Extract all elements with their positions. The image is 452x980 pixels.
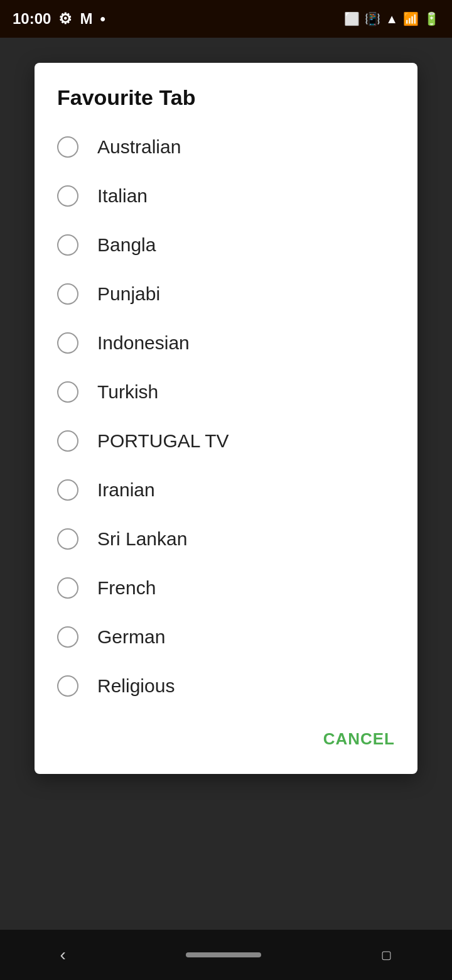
option-french[interactable]: French — [35, 564, 417, 612]
radio-german — [57, 626, 78, 648]
option-iranian[interactable]: Iranian — [35, 466, 417, 514]
option-german[interactable]: German — [35, 612, 417, 662]
label-religious: Religious — [97, 675, 175, 697]
signal-icon: 📶 — [403, 11, 419, 26]
option-sri-lankan[interactable]: Sri Lankan — [35, 514, 417, 564]
label-punjabi: Punjabi — [97, 283, 160, 305]
label-french: French — [97, 577, 156, 599]
favourite-tab-dialog: Favourite Tab AustralianItalianBanglaPun… — [35, 63, 417, 774]
radio-punjabi — [57, 283, 78, 305]
settings-icon: ⚙ — [58, 10, 72, 28]
back-icon[interactable]: ‹ — [60, 945, 66, 965]
options-list: AustralianItalianBanglaPunjabiIndonesian… — [35, 122, 417, 717]
label-australian: Australian — [97, 136, 181, 158]
label-portugal-tv: PORTUGAL TV — [97, 430, 229, 452]
option-bangla[interactable]: Bangla — [35, 220, 417, 270]
option-punjabi[interactable]: Punjabi — [35, 270, 417, 318]
status-bar: 10:00 ⚙ M • ⬜ 📳 ▲ 📶 🔋 — [0, 0, 452, 38]
option-portugal-tv[interactable]: PORTUGAL TV — [35, 416, 417, 466]
wifi-icon: ▲ — [385, 12, 398, 26]
label-sri-lankan: Sri Lankan — [97, 528, 187, 550]
label-iranian: Iranian — [97, 479, 155, 501]
dot-icon: • — [100, 10, 105, 28]
status-left: 10:00 ⚙ M • — [13, 10, 105, 28]
option-indonesian[interactable]: Indonesian — [35, 318, 417, 368]
radio-religious — [57, 675, 78, 697]
home-pill[interactable] — [186, 952, 261, 957]
label-italian: Italian — [97, 185, 148, 207]
radio-bangla — [57, 234, 78, 256]
status-icons: ⬜ 📳 ▲ 📶 🔋 — [344, 11, 439, 26]
radio-sri-lankan — [57, 528, 78, 550]
recents-icon[interactable]: ▢ — [381, 948, 392, 962]
label-bangla: Bangla — [97, 234, 156, 256]
status-time: 10:00 — [13, 10, 51, 28]
label-indonesian: Indonesian — [97, 332, 190, 354]
radio-portugal-tv — [57, 430, 78, 452]
battery-icon: 🔋 — [424, 11, 439, 26]
cast-icon: ⬜ — [344, 11, 360, 26]
gmail-icon: M — [80, 10, 92, 28]
dialog-actions: CANCEL — [35, 717, 417, 761]
label-german: German — [97, 626, 165, 648]
nav-bar: ‹ ▢ — [0, 930, 452, 980]
radio-italian — [57, 185, 78, 207]
option-australian[interactable]: Australian — [35, 122, 417, 172]
radio-french — [57, 577, 78, 599]
vibrate-icon: 📳 — [365, 11, 380, 26]
label-turkish: Turkish — [97, 381, 158, 403]
option-turkish[interactable]: Turkish — [35, 368, 417, 416]
option-religious[interactable]: Religious — [35, 662, 417, 710]
radio-australian — [57, 136, 78, 158]
dialog-title: Favourite Tab — [35, 63, 417, 122]
radio-turkish — [57, 381, 78, 403]
option-italian[interactable]: Italian — [35, 172, 417, 220]
radio-iranian — [57, 479, 78, 501]
radio-indonesian — [57, 332, 78, 354]
cancel-button[interactable]: CANCEL — [323, 723, 395, 755]
